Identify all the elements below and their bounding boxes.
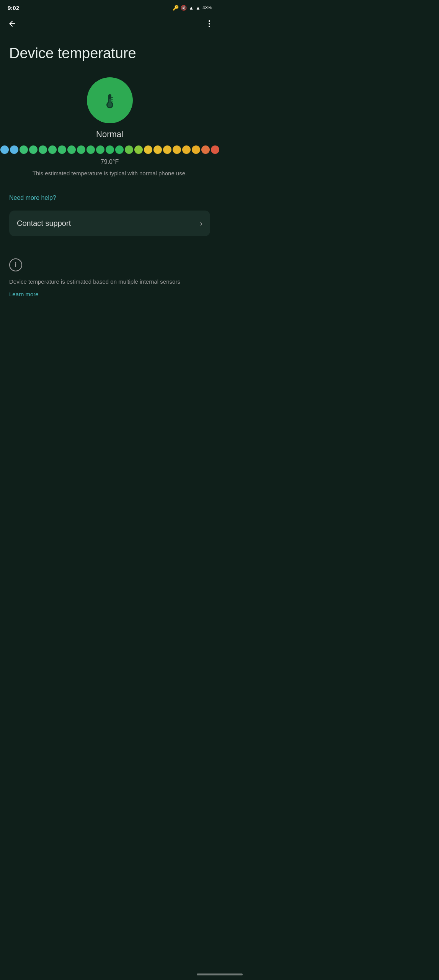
color-dot-6 [48,145,57,154]
color-dot-2 [10,145,18,154]
info-icon: i [9,258,22,271]
temperature-status-label: Normal [96,129,123,139]
status-time: 9:02 [8,5,19,11]
color-dot-5 [39,145,47,154]
color-dot-10 [86,145,95,154]
need-more-help-link[interactable]: Need more help? [9,194,56,201]
temperature-description: This estimated temperature is typical wi… [29,169,191,178]
status-icons: 🔑 🔇 ▲ ▲ 43% [173,5,212,11]
color-dot-13 [115,145,124,154]
color-dot-23 [211,145,219,154]
color-dot-21 [192,145,200,154]
more-dot [209,23,210,24]
thermometer-icon-circle [87,77,133,123]
color-dot-16 [144,145,152,154]
info-section: i Device temperature is estimated based … [0,239,219,305]
color-dot-18 [163,145,171,154]
color-dot-7 [58,145,66,154]
color-dot-19 [173,145,181,154]
color-dot-11 [96,145,104,154]
learn-more-link[interactable]: Learn more [9,291,39,297]
color-dot-14 [125,145,133,154]
help-section: Need more help? [0,185,219,207]
color-dot-17 [153,145,162,154]
contact-support-card[interactable]: Contact support › [9,211,210,236]
svg-rect-3 [109,99,111,106]
temp-visual-section: Normal 79.0°F This estimated temperature… [0,74,219,186]
color-dot-8 [67,145,76,154]
contact-support-label: Contact support [17,219,71,228]
more-options-button[interactable] [206,17,213,30]
color-dot-1 [0,145,9,154]
mute-icon: 🔇 [181,5,187,11]
info-text: Device temperature is estimated based on… [9,278,210,286]
toolbar [0,14,219,34]
more-dot [209,26,210,27]
color-dot-12 [106,145,114,154]
temperature-color-bar [0,145,219,154]
battery-level: 43% [202,5,212,10]
back-button[interactable] [5,16,20,31]
signal-icon: ▲ [196,5,201,11]
wifi-icon: ▲ [189,5,194,11]
status-bar: 9:02 🔑 🔇 ▲ ▲ 43% [0,0,219,14]
page-title: Device temperature [0,34,219,74]
chevron-right-icon: › [200,219,202,228]
key-icon: 🔑 [173,5,179,11]
color-dot-3 [20,145,28,154]
more-dot [209,20,210,22]
color-dot-15 [134,145,143,154]
color-dot-9 [77,145,85,154]
color-dot-20 [182,145,191,154]
color-dot-4 [29,145,38,154]
color-dot-22 [201,145,210,154]
temperature-value: 79.0°F [101,158,119,165]
thermometer-icon [100,90,120,110]
